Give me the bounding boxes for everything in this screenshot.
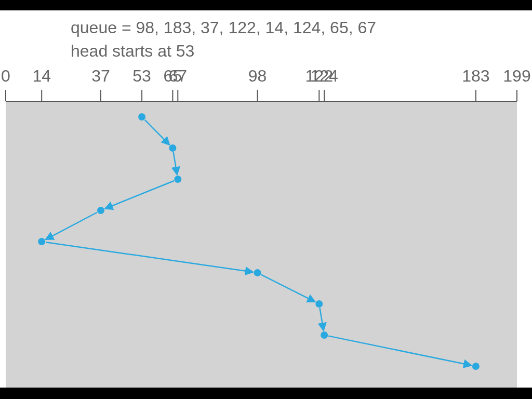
seek-arrow xyxy=(320,308,324,330)
seek-point xyxy=(174,176,181,183)
head-path-chart xyxy=(0,0,532,399)
tick-label: 199 xyxy=(503,66,530,86)
seek-point xyxy=(254,269,261,276)
seek-arrow xyxy=(145,120,169,144)
seek-arrow xyxy=(174,152,177,174)
seek-point xyxy=(169,144,176,152)
seek-point xyxy=(321,331,328,339)
tick-label: 0 xyxy=(1,66,10,86)
tick-label: 14 xyxy=(32,66,51,86)
seek-point xyxy=(315,300,323,308)
tick-label: 37 xyxy=(91,66,110,86)
seek-arrow xyxy=(328,336,471,365)
seek-arrow xyxy=(261,275,315,302)
seek-arrow xyxy=(105,181,174,208)
tick-label: 67 xyxy=(168,66,187,86)
tick-label: 98 xyxy=(248,66,267,86)
tick-label: 183 xyxy=(462,66,489,86)
seek-arrow xyxy=(46,242,252,272)
seek-arrow xyxy=(46,212,97,240)
tick-label: 124 xyxy=(310,66,338,86)
tick-label: 53 xyxy=(132,66,151,86)
seek-point xyxy=(138,113,145,121)
seek-point xyxy=(472,363,480,370)
seek-point xyxy=(38,238,45,245)
seek-point xyxy=(97,207,104,214)
